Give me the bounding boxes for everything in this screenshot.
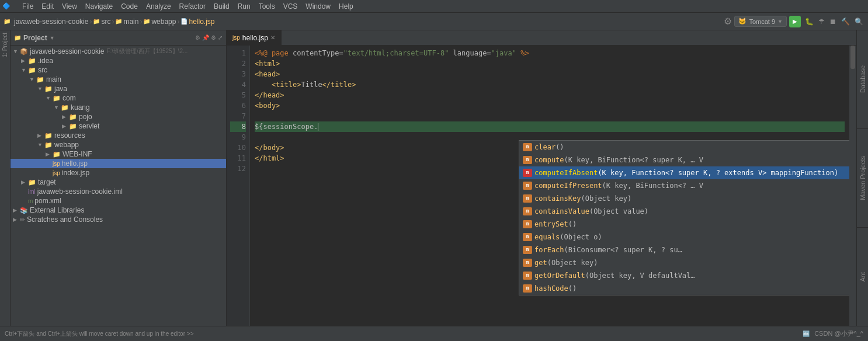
tree-item-pomxml[interactable]: ▶ m pom.xml: [11, 196, 226, 206]
expand-arrow[interactable]: ▼: [13, 48, 20, 54]
tree-item-ext-libs[interactable]: ▶ 📚 External Libraries: [11, 206, 226, 215]
ac-item-clear[interactable]: m clear() void: [519, 141, 849, 154]
right-panel-database[interactable]: Database: [857, 30, 868, 129]
expand-arrow-webapp[interactable]: ▼: [37, 142, 44, 148]
menu-refactor[interactable]: Refactor: [176, 1, 209, 12]
menu-help[interactable]: Help: [335, 1, 357, 12]
tree-item-target[interactable]: ▶ 📁 target: [11, 178, 226, 187]
expand-arrow-resources[interactable]: ▶: [37, 133, 44, 138]
menu-edit[interactable]: Edit: [38, 1, 57, 12]
run-button[interactable]: ▶: [789, 16, 801, 27]
expand-arrow-src[interactable]: ▼: [21, 67, 28, 73]
ac-item-compute[interactable]: m compute(K key, BiFunction<? super K, ……: [519, 154, 849, 166]
maven-label[interactable]: Maven Projects: [858, 151, 867, 205]
expand-arrow-extlibs[interactable]: ▶: [13, 207, 20, 213]
ac-item-computeifpresent[interactable]: m computeIfPresent(K key, BiFunction<? ……: [519, 179, 849, 192]
cursor: [318, 123, 318, 131]
expand-arrow-scratches[interactable]: ▶: [13, 217, 20, 222]
tree-item-resources[interactable]: ▶ 📁 resources: [11, 131, 226, 140]
menu-view[interactable]: View: [58, 1, 81, 12]
tree-item-project[interactable]: ▼ 📦 javaweb-session-cookie F:\班级管理\西开【19…: [11, 47, 226, 56]
editor-scrollbar[interactable]: [849, 46, 856, 326]
panel-dropdown-icon[interactable]: ▼: [50, 35, 55, 41]
menu-code[interactable]: Code: [117, 1, 141, 12]
sync-button[interactable]: ⚙: [195, 34, 200, 41]
tree-item-webinf[interactable]: ▶ 📁 WEB-INF: [11, 149, 226, 159]
ant-label[interactable]: Ant: [858, 267, 867, 287]
database-label[interactable]: Database: [858, 61, 867, 98]
menu-navigate[interactable]: Navigate: [82, 1, 116, 12]
code-content[interactable]: <%@ page contentType="text/html;charset=…: [250, 46, 849, 326]
ac-item-get[interactable]: m get(Object key) V: [519, 256, 849, 269]
pin-button[interactable]: 📌: [202, 34, 209, 41]
breadcrumb-project[interactable]: javaweb-session-cookie: [14, 18, 88, 26]
menu-tools[interactable]: Tools: [255, 1, 279, 12]
toolbar-db-icon[interactable]: ⚙: [724, 16, 732, 27]
tree-item-main[interactable]: ▼ 📁 main: [11, 75, 226, 84]
expand-arrow-pojo[interactable]: ▶: [62, 114, 69, 120]
expand-arrow-main[interactable]: ▼: [29, 76, 36, 82]
project-sidebar-icon[interactable]: 1: Project: [2, 33, 8, 57]
debug-button[interactable]: 🐛: [803, 16, 815, 27]
iml-file-icon: iml: [28, 189, 36, 195]
ac-method-entryset: entrySet(): [534, 219, 849, 229]
ac-item-getordefault[interactable]: m getOrDefault(Object key, V defaultVal……: [519, 269, 849, 282]
ac-item-entryset[interactable]: m entrySet() Set<Entry<K, V>>: [519, 218, 849, 231]
run-config[interactable]: 🐱 Tomcat 9 ▼: [734, 16, 787, 27]
ac-item-foreach[interactable]: m forEach(BiConsumer<? super K, ? su… vo…: [519, 243, 849, 256]
tree-item-idea[interactable]: ▶ 📁 .idea: [11, 56, 226, 65]
breadcrumb-main[interactable]: main: [123, 18, 138, 26]
ac-item-containskey[interactable]: m containsKey(Object key) boolean: [519, 192, 849, 205]
tree-item-iml[interactable]: ▶ iml javaweb-session-cookie.iml: [11, 187, 226, 196]
ac-item-containsvalue[interactable]: m containsValue(Object value) boolean: [519, 205, 849, 218]
breadcrumb-file[interactable]: hello.jsp: [189, 18, 214, 26]
code-editor[interactable]: 1 2 3 4 5 6 7 8 9 10 11 12 <%@ page cont…: [227, 46, 856, 326]
ac-item-equals[interactable]: m equals(Object o) boolean: [519, 231, 849, 243]
expand-arrow-idea[interactable]: ▶: [21, 58, 28, 64]
build-button[interactable]: 🔨: [840, 16, 851, 27]
autocomplete-popup[interactable]: m clear() void m compute(K key, BiFuncti…: [519, 140, 849, 295]
tree-item-kuang[interactable]: ▼ 📁 kuang: [11, 103, 226, 112]
toolbar: 📁 javaweb-session-cookie › 📁 src › 📁 mai…: [0, 13, 868, 30]
expand-arrow-target[interactable]: ▶: [21, 179, 28, 185]
expand-arrow-com[interactable]: ▼: [46, 95, 53, 101]
ac-icon-computeifabsent: m: [523, 169, 532, 177]
editor-tab-hellojsp[interactable]: jsp hello.jsp ✕: [227, 30, 282, 45]
menu-file[interactable]: File: [19, 1, 37, 12]
tab-close-button[interactable]: ✕: [270, 34, 275, 41]
expand-arrow-webinf[interactable]: ▶: [46, 151, 53, 157]
menu-vcs[interactable]: VCS: [280, 1, 301, 12]
expand-arrow-java[interactable]: ▼: [37, 86, 44, 92]
tree-item-hellojsp[interactable]: ▶ jsp hello.jsp: [11, 159, 226, 168]
run-config-dropdown[interactable]: ▼: [777, 19, 783, 25]
tree-item-servlet[interactable]: ▶ 📁 servlet: [11, 121, 226, 131]
tree-item-java[interactable]: ▼ 📁 java: [11, 84, 226, 93]
menu-run[interactable]: Run: [234, 1, 254, 12]
tree-item-com[interactable]: ▼ 📁 com: [11, 93, 226, 103]
ac-item-computeifabsent[interactable]: m computeIfAbsent(K key, Function<? supe…: [519, 166, 849, 179]
tree-item-pojo[interactable]: ▶ 📁 pojo: [11, 112, 226, 121]
menu-window[interactable]: Window: [302, 1, 334, 12]
stop-button[interactable]: ⏹: [828, 16, 838, 27]
right-panel-maven[interactable]: Maven Projects: [857, 129, 868, 228]
menu-build[interactable]: Build: [210, 1, 233, 12]
menu-analyze[interactable]: Analyze: [143, 1, 175, 12]
breadcrumb-src[interactable]: src: [101, 18, 110, 26]
right-panel-ant[interactable]: Ant: [857, 228, 868, 326]
tree-item-src[interactable]: ▼ 📁 src: [11, 65, 226, 75]
code-line-8: ${sessionScope.: [255, 121, 845, 132]
coverage-button[interactable]: ☂: [817, 16, 826, 27]
scrollbar-thumb[interactable]: [850, 46, 855, 69]
expand-button[interactable]: ⤢: [218, 34, 223, 41]
tree-item-scratches[interactable]: ▶ ✏ Scratches and Consoles: [11, 215, 226, 224]
tree-item-indexjsp[interactable]: ▶ jsp index.jsp: [11, 168, 226, 178]
breadcrumb-webapp[interactable]: webapp: [151, 18, 176, 26]
ac-item-hashcode[interactable]: m hashCode() int: [519, 282, 849, 295]
search-button[interactable]: 🔍: [853, 16, 864, 27]
code-html-close: </html>: [255, 154, 284, 162]
expand-arrow-kuang[interactable]: ▼: [54, 105, 61, 110]
expand-arrow-servlet[interactable]: ▶: [62, 123, 69, 129]
tree-item-webapp[interactable]: ▼ 📁 webapp: [11, 140, 226, 149]
gear-button[interactable]: ⚙: [211, 34, 216, 41]
code-attr-val-ct: "text/html;charset=UTF-8": [343, 49, 449, 57]
